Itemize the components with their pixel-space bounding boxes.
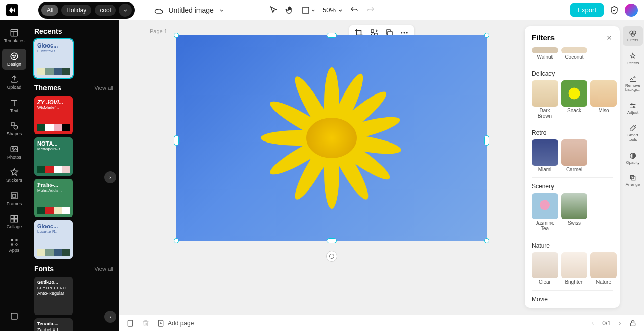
nav-bottom[interactable] xyxy=(2,309,26,325)
user-avatar[interactable] xyxy=(625,4,638,17)
svg-point-19 xyxy=(16,239,17,241)
filter-coconut[interactable]: Coconut xyxy=(561,47,587,60)
lock-icon[interactable] xyxy=(629,319,637,327)
page-counter: 0/1 xyxy=(602,320,611,327)
app-logo[interactable] xyxy=(6,4,18,16)
pill-more[interactable] xyxy=(119,4,132,17)
chevron-down-icon[interactable] xyxy=(219,7,225,13)
nav-frames[interactable]: Frames xyxy=(2,188,26,209)
prev-page-icon[interactable] xyxy=(590,320,596,326)
cloud-icon xyxy=(154,6,163,15)
svg-point-4 xyxy=(11,53,18,60)
nav-upload[interactable]: Upload xyxy=(2,72,26,93)
crop-dropdown[interactable] xyxy=(301,6,315,15)
svg-rect-39 xyxy=(128,320,132,326)
resize-handle-w[interactable] xyxy=(174,135,179,146)
delete-icon[interactable] xyxy=(142,319,150,327)
resize-handle-nw[interactable] xyxy=(174,33,179,38)
resize-handle-s[interactable] xyxy=(327,238,337,243)
next-page-icon[interactable] xyxy=(617,320,623,326)
undo-icon[interactable] xyxy=(350,6,359,15)
cat-delicacy: Delicacy xyxy=(532,70,613,77)
resize-handle-ne[interactable] xyxy=(484,33,489,38)
pill-holiday[interactable]: Holiday xyxy=(61,5,91,16)
nav-collage[interactable]: Collage xyxy=(2,211,26,232)
theme-thumb-1[interactable]: ZY JOVI... WixMadef... xyxy=(34,96,73,134)
filter-clear[interactable]: Clear xyxy=(532,252,558,285)
font-thumb-2[interactable]: Tenada-... Zacbel X-L Stilu-Regular xyxy=(34,318,73,331)
svg-rect-15 xyxy=(15,215,18,218)
nav-photos[interactable]: Photos xyxy=(2,141,26,163)
themes-viewall[interactable]: View all xyxy=(94,85,113,91)
right-arrange[interactable]: Arrange xyxy=(623,171,643,191)
canvas-image[interactable] xyxy=(176,35,487,241)
nav-apps[interactable]: Apps xyxy=(2,234,26,256)
resize-handle-n[interactable] xyxy=(327,33,337,38)
nav-templates[interactable]: Templates xyxy=(2,25,26,46)
filter-swiss[interactable]: Swiss xyxy=(561,193,587,231)
close-icon[interactable] xyxy=(606,34,613,41)
themes-next[interactable]: › xyxy=(104,171,116,183)
svg-rect-12 xyxy=(11,193,17,199)
svg-rect-8 xyxy=(11,123,14,126)
right-adjust[interactable]: Adjust xyxy=(623,99,643,118)
cat-movie: Movie xyxy=(532,296,613,303)
hand-icon[interactable] xyxy=(285,6,294,15)
right-filters[interactable]: Filters xyxy=(623,26,643,46)
page-label: Page 1 xyxy=(150,28,167,34)
document-title[interactable]: Untitled image xyxy=(168,6,214,14)
fonts-viewall[interactable]: View all xyxy=(94,266,113,272)
theme-thumb-4[interactable]: Glooc... Lucette-R... xyxy=(34,220,73,259)
right-removebg[interactable]: Remove backgr... xyxy=(623,72,643,96)
nav-text[interactable]: Text xyxy=(2,95,26,116)
svg-point-28 xyxy=(406,32,408,34)
svg-rect-38 xyxy=(632,177,635,180)
right-effects[interactable]: Effects xyxy=(623,49,643,69)
shield-icon[interactable] xyxy=(610,6,619,15)
svg-point-7 xyxy=(14,57,15,58)
svg-rect-14 xyxy=(11,215,14,218)
resize-handle-sw[interactable] xyxy=(174,238,179,243)
cat-retro: Retro xyxy=(532,129,613,136)
filter-nature[interactable]: Nature xyxy=(590,252,617,285)
filter-carmel[interactable]: Carmel xyxy=(561,139,587,172)
cursor-icon[interactable] xyxy=(269,6,278,15)
svg-point-20 xyxy=(11,244,13,245)
svg-point-26 xyxy=(401,32,402,34)
font-thumb-1[interactable]: Guti-Bo... BEYOND PRO... Anto-Regular xyxy=(34,277,73,315)
filter-miso[interactable]: Miso xyxy=(590,80,617,119)
right-opacity[interactable]: Opacity xyxy=(623,149,643,168)
svg-rect-16 xyxy=(11,219,14,222)
redo-icon[interactable] xyxy=(366,6,375,15)
filter-miami[interactable]: Miami xyxy=(532,139,558,172)
nav-design[interactable]: Design xyxy=(2,49,26,70)
nav-shapes[interactable]: Shapes xyxy=(2,118,26,139)
resize-handle-e[interactable] xyxy=(484,135,489,146)
left-icon-sidebar: Templates Design Upload Text Shapes Phot… xyxy=(0,20,28,331)
theme-thumb-3[interactable]: Praho-... Mulat Addis... xyxy=(34,179,73,217)
fonts-title: Fonts xyxy=(34,265,54,273)
resize-handle-se[interactable] xyxy=(484,238,489,243)
recent-thumb[interactable]: Glooc... Lucette-R... xyxy=(34,39,73,78)
cat-nature: Nature xyxy=(532,242,613,249)
zoom-control[interactable]: 50% xyxy=(323,6,343,14)
add-page-button[interactable]: Add page xyxy=(157,319,194,327)
svg-point-27 xyxy=(404,32,405,34)
nav-stickers[interactable]: Stickers xyxy=(2,165,26,186)
filter-walnut[interactable]: Walnut xyxy=(532,47,558,60)
theme-thumb-2[interactable]: NOTA... Metropolis-B... xyxy=(34,137,73,176)
pages-icon[interactable] xyxy=(126,319,134,327)
filter-snack[interactable]: Snack xyxy=(561,80,587,119)
rotate-handle[interactable] xyxy=(326,251,337,262)
fonts-next[interactable]: › xyxy=(104,311,116,323)
filter-brighten[interactable]: Brighten xyxy=(561,252,587,285)
filter-darkbrown[interactable]: Dark Brown xyxy=(532,80,558,119)
filter-jasmine[interactable]: Jasmine Tea xyxy=(532,193,558,231)
pill-cool[interactable]: cool xyxy=(95,5,116,16)
pill-all[interactable]: All xyxy=(41,5,58,16)
svg-rect-13 xyxy=(13,194,16,197)
right-smarttools[interactable]: Smart tools xyxy=(623,121,643,146)
export-button[interactable]: Export xyxy=(570,3,604,17)
filters-panel: Filters Walnut Coconut Delicacy Dark Bro… xyxy=(525,26,620,308)
tag-pills: All Holiday cool xyxy=(38,2,135,19)
